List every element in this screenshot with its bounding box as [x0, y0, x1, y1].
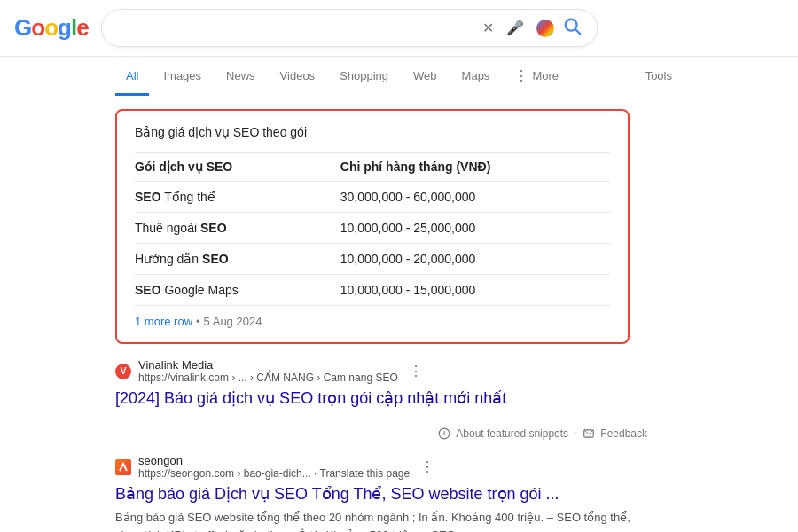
- microphone-icon: [506, 20, 524, 36]
- table-row: Thuê ngoài SEO10,000,000 - 25,000,000: [135, 213, 610, 244]
- seongon-logo-icon: [118, 462, 129, 473]
- table-cell-service: Hướng dẫn SEO: [135, 244, 305, 275]
- about-snippets-button[interactable]: About featured snippets: [456, 427, 568, 440]
- result-domain-block: Vinalink Media https://vinalink.com › ..…: [138, 358, 398, 384]
- tab-web[interactable]: Web: [403, 59, 448, 96]
- featured-snippet: Bảng giá dịch vụ SEO theo gói Gói dịch v…: [115, 109, 630, 344]
- result-url: https://seongon.com › bao-gia-dich... · …: [138, 467, 410, 480]
- info-icon: i: [438, 427, 450, 440]
- snippet-table: Gói dịch vụ SEO Chi phí hàng tháng (VNĐ)…: [135, 152, 610, 306]
- snippet-info-bar: i About featured snippets • Feedback: [115, 427, 647, 440]
- result-item: V Vinalink Media https://vinalink.com › …: [115, 358, 647, 410]
- more-row-label: 1 more row: [135, 315, 192, 328]
- result-item: seongon https://seongon.com › bao-gia-di…: [115, 454, 647, 532]
- separator: •: [574, 427, 577, 440]
- voice-search-button[interactable]: [505, 18, 526, 38]
- table-row: Hướng dẫn SEO10,000,000 - 20,000,000: [135, 244, 610, 275]
- result-domain: Vinalink Media: [138, 358, 398, 372]
- result-source: V Vinalink Media https://vinalink.com › …: [115, 358, 647, 384]
- tab-all[interactable]: All: [115, 59, 149, 96]
- tab-videos[interactable]: Videos: [270, 59, 326, 96]
- table-cell-cost: 10,000,000 - 15,000,000: [305, 275, 610, 306]
- google-lens-icon: [536, 20, 554, 37]
- search-input[interactable]: bảng giá seo 2024: [116, 20, 473, 36]
- table-cell-cost: 10,000,000 - 25,000,000: [305, 213, 610, 244]
- tab-more[interactable]: ⋮ More: [504, 57, 569, 98]
- main-content: Bảng giá dịch vụ SEO theo gói Gói dịch v…: [0, 98, 798, 532]
- dot-separator: •: [196, 315, 200, 328]
- result-link[interactable]: [2024] Báo giá dịch vụ SEO trọn gói cập …: [115, 387, 647, 410]
- snippet-title: Bảng giá dịch vụ SEO theo gói: [135, 125, 610, 139]
- header: Google bảng giá seo 2024: [0, 0, 798, 57]
- table-cell-service: SEO Tổng thể: [135, 182, 305, 213]
- result-options-button[interactable]: ⋮: [420, 458, 434, 475]
- tab-tools[interactable]: Tools: [635, 59, 683, 96]
- search-button[interactable]: [563, 17, 583, 39]
- table-cell-service: Thuê ngoài SEO: [135, 213, 305, 244]
- result-domain-block: seongon https://seongon.com › bao-gia-di…: [138, 454, 410, 480]
- table-cell-cost: 10,000,000 - 20,000,000: [305, 244, 610, 275]
- result-options-button[interactable]: ⋮: [409, 363, 423, 379]
- tab-images[interactable]: Images: [153, 59, 212, 96]
- more-dots-icon: ⋮: [514, 67, 528, 84]
- search-bar: bảng giá seo 2024: [101, 9, 598, 47]
- google-logo[interactable]: Google: [14, 14, 89, 42]
- result-description: Bảng báo giá SEO website tổng thể theo 2…: [115, 509, 647, 532]
- result-url: https://vinalink.com › ... › CẨM NANG › …: [138, 372, 398, 384]
- tab-news[interactable]: News: [215, 59, 266, 96]
- result-domain: seongon: [138, 454, 410, 467]
- table-cell-service: SEO Google Maps: [135, 275, 305, 306]
- close-icon: [482, 20, 494, 36]
- svg-text:i: i: [443, 430, 445, 438]
- result-favicon: V: [115, 364, 131, 379]
- tab-maps[interactable]: Maps: [451, 59, 501, 96]
- snippet-date: 5 Aug 2024: [204, 315, 262, 328]
- nav-tabs: All Images News Videos Shopping Web Maps…: [0, 57, 798, 98]
- search-icon: [563, 17, 583, 36]
- table-row: SEO Tổng thể30,000,000 - 60,000,000: [135, 182, 610, 213]
- feedback-icon: [583, 427, 595, 440]
- table-header-service: Gói dịch vụ SEO: [135, 153, 305, 182]
- result-link[interactable]: Bảng báo giá Dịch vụ SEO Tổng Thể, SEO w…: [115, 483, 647, 505]
- feedback-button[interactable]: Feedback: [600, 427, 647, 440]
- table-row: SEO Google Maps10,000,000 - 15,000,000: [135, 275, 610, 306]
- tab-shopping[interactable]: Shopping: [329, 59, 399, 96]
- clear-button[interactable]: [481, 18, 496, 38]
- lens-button[interactable]: [535, 18, 556, 39]
- table-cell-cost: 30,000,000 - 60,000,000: [305, 182, 610, 213]
- table-header-cost: Chi phí hàng tháng (VNĐ): [305, 153, 610, 182]
- search-icons: [481, 18, 556, 39]
- result-source: seongon https://seongon.com › bao-gia-di…: [115, 454, 647, 480]
- more-row-link[interactable]: 1 more row • 5 Aug 2024: [135, 315, 610, 328]
- result-favicon: [115, 459, 131, 475]
- svg-line-1: [575, 29, 580, 34]
